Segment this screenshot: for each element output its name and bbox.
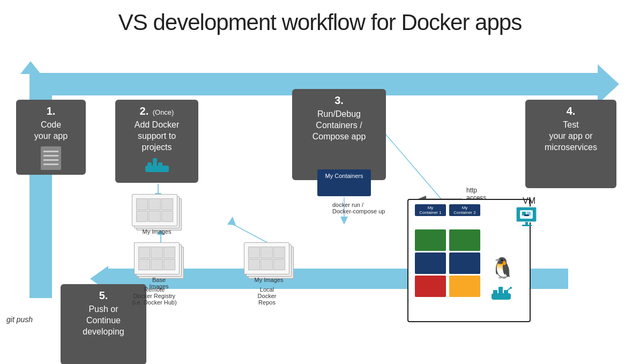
step3-box: 3. Run/DebugContainers /Compose app xyxy=(292,89,386,180)
linux-icon: 🐧 xyxy=(490,256,515,280)
svg-rect-30 xyxy=(493,290,497,294)
step1-label: Codeyour app xyxy=(20,120,81,142)
my-containers-box: My Containers xyxy=(317,169,371,196)
docker-icon-vm xyxy=(492,286,513,304)
step4-number: 4. xyxy=(530,105,612,117)
svg-marker-1 xyxy=(598,64,619,104)
page-title: VS development workflow for Docker apps xyxy=(0,0,640,41)
svg-line-9 xyxy=(230,223,271,244)
step3-number: 3. xyxy=(296,94,382,107)
svg-rect-28 xyxy=(522,225,532,226)
container1-label: MyContainer 1 xyxy=(415,204,446,216)
step4-box: 4. Testyour app ormicroservices xyxy=(525,100,616,188)
registry-label: RemoteDocker Registry(i.e. Docker Hub) xyxy=(117,286,192,306)
step1-number: 1. xyxy=(20,105,81,117)
step1-box: 1. Codeyour app xyxy=(16,100,86,175)
vm-icon xyxy=(514,204,540,233)
svg-rect-32 xyxy=(504,290,508,294)
svg-point-35 xyxy=(510,287,512,289)
docker-run-label: docker run /Docker-compose up xyxy=(332,202,385,214)
container2-label: MyContainer 2 xyxy=(449,204,480,216)
vm-box: MyContainer 1 MyContainer 2 🐧 xyxy=(407,199,531,322)
my-containers-label: My Containers xyxy=(319,173,369,179)
step2-header: 2. (Once) xyxy=(120,105,194,117)
step5-label: Push orContinuedeveloping xyxy=(65,304,142,337)
step4-label: Testyour app ormicroservices xyxy=(530,120,612,153)
http-access-label: httpaccess… xyxy=(466,187,493,202)
svg-marker-10 xyxy=(227,217,236,225)
page-wrapper: VS development workflow for Docker apps xyxy=(0,0,640,357)
local-repos-label: LocalDockerRepos xyxy=(235,286,299,306)
svg-marker-3 xyxy=(20,61,41,74)
step2-label: Add Dockersupport toprojects xyxy=(120,120,194,153)
myimages-local-label: My Images xyxy=(244,277,294,283)
step3-label: Run/DebugContainers /Compose app xyxy=(296,109,382,142)
diagram-area: 1. Codeyour app 2. (Once) Add Dockersupp… xyxy=(0,41,640,357)
git-push-label: git push xyxy=(6,315,33,324)
svg-rect-33 xyxy=(498,287,503,291)
step2-box: 2. (Once) Add Dockersupport toprojects xyxy=(115,100,198,183)
svg-rect-26 xyxy=(524,214,529,216)
svg-marker-12 xyxy=(340,217,348,225)
myimages-step2-label: My Images xyxy=(132,228,182,235)
